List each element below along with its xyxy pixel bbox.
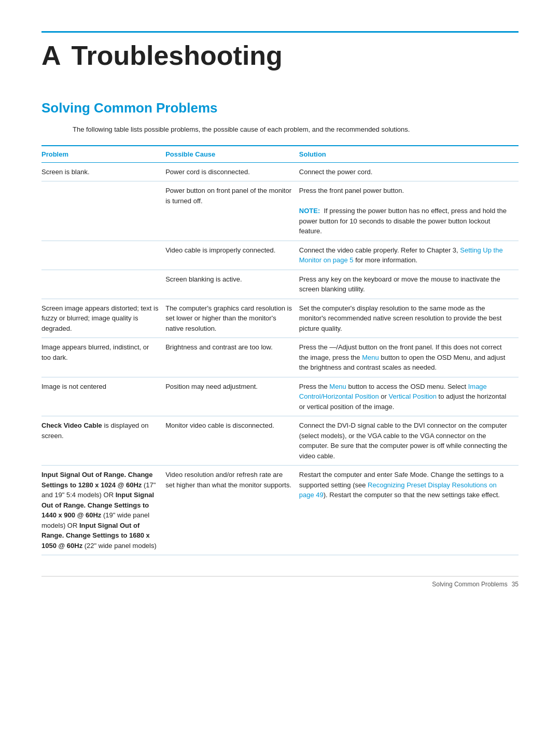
solution-cell: Press the Menu button to access the OSD …	[299, 377, 519, 416]
chapter-title: Troubleshooting	[72, 42, 283, 69]
problem-cell	[41, 181, 165, 241]
solution-cell: Set the computer's display resolution to…	[299, 299, 519, 338]
table-row: Video cable is improperly connected. Con…	[41, 241, 519, 270]
cause-cell: Brightness and contrast are too low.	[165, 338, 299, 377]
cause-cell: Screen blanking is active.	[165, 270, 299, 299]
link-menu[interactable]: Menu	[362, 354, 379, 361]
table-row: Image is not centered Position may need …	[41, 377, 519, 416]
chapter-header: A Troubleshooting	[41, 31, 519, 69]
cause-cell: The computer's graphics card resolution …	[165, 299, 299, 338]
solution-cell: Connect the video cable properly. Refer …	[299, 241, 519, 270]
link-setting-up[interactable]: Setting Up the Monitor on page 5	[299, 246, 503, 264]
cause-cell: Power cord is disconnected.	[165, 162, 299, 181]
table-row: Screen blanking is active. Press any key…	[41, 270, 519, 299]
bold-problem-text2: Input Signal Out of Range. Change Settin…	[41, 471, 153, 489]
problem-cell: Image appears blurred, indistinct, or to…	[41, 338, 165, 377]
link-preset-display[interactable]: Recognizing Preset Display Resolutions o…	[299, 481, 497, 499]
section-heading: Solving Common Problems	[41, 100, 519, 116]
problem-cell	[41, 241, 165, 270]
col-header-cause: Possible Cause	[165, 146, 299, 163]
solution-cell: Press the —/Adjust button on the front p…	[299, 338, 519, 377]
table-row: Image appears blurred, indistinct, or to…	[41, 338, 519, 377]
problem-cell: Image is not centered	[41, 377, 165, 416]
problem-cell: Screen image appears distorted; text is …	[41, 299, 165, 338]
cause-cell: Video resolution and/or refresh rate are…	[165, 466, 299, 555]
table-row: Input Signal Out of Range. Change Settin…	[41, 466, 519, 555]
problem-cell	[41, 270, 165, 299]
solution-cell: Restart the computer and enter Safe Mode…	[299, 466, 519, 555]
col-header-problem: Problem	[41, 146, 165, 163]
table-row: Power button on front panel of the monit…	[41, 181, 519, 241]
col-header-solution: Solution	[299, 146, 519, 163]
table-row: Screen image appears distorted; text is …	[41, 299, 519, 338]
link-menu2[interactable]: Menu	[329, 383, 346, 390]
solution-cell: Press any key on the keyboard or move th…	[299, 270, 519, 299]
cause-cell: Power button on front panel of the monit…	[165, 181, 299, 241]
problem-cell: Input Signal Out of Range. Change Settin…	[41, 466, 165, 555]
table-row: Check Video Cable is displayed on screen…	[41, 416, 519, 466]
solution-cell: Connect the power cord.	[299, 162, 519, 181]
note-label: NOTE:	[299, 207, 320, 215]
cause-cell: Position may need adjustment.	[165, 377, 299, 416]
solution-cell: Press the front panel power button. NOTE…	[299, 181, 519, 241]
bold-problem-text3: Input Signal Out of Range. Change Settin…	[41, 491, 154, 519]
cause-cell: Video cable is improperly connected.	[165, 241, 299, 270]
footer-section-label: Solving Common Problems	[432, 581, 507, 588]
bold-problem-text4: Input Signal Out of Range. Change Settin…	[41, 522, 150, 550]
footer-page-number: 35	[512, 581, 519, 588]
page-footer: Solving Common Problems 35	[41, 576, 519, 588]
troubleshooting-table: Problem Possible Cause Solution Screen i…	[41, 145, 519, 556]
cause-cell: Monitor video cable is disconnected.	[165, 416, 299, 466]
problem-cell: Screen is blank.	[41, 162, 165, 181]
chapter-letter: A	[41, 42, 61, 69]
table-header-row: Problem Possible Cause Solution	[41, 146, 519, 163]
section-intro: The following table lists possible probl…	[73, 124, 519, 135]
bold-problem-text: Check Video Cable	[41, 421, 102, 429]
problem-cell: Check Video Cable is displayed on screen…	[41, 416, 165, 466]
table-row: Screen is blank. Power cord is disconnec…	[41, 162, 519, 181]
link-vertical-position[interactable]: Vertical Position	[388, 392, 437, 400]
solution-cell: Connect the DVI-D signal cable to the DV…	[299, 416, 519, 466]
